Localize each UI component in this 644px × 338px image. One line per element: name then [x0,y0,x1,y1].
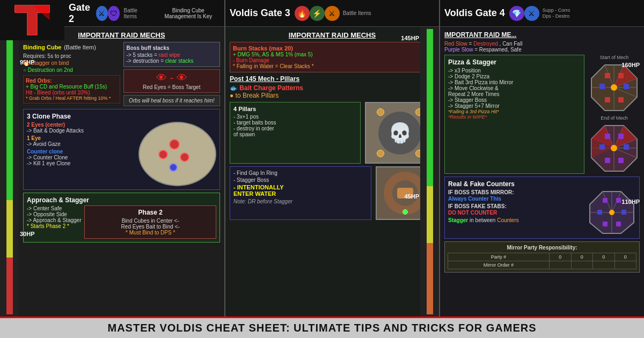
gate3-section: Voldis Gate 3 🔥 ⚡ ⚔ Battle Items 145HP 4… [225,0,440,317]
ring-4: ENTER WATER [233,190,368,197]
mirror-party-box: Mirror Party Responsibility: Party # 0 0… [444,241,640,273]
counters-box: Real & Fake Counters IF BOSS STABS MIRRO… [444,177,640,239]
party-col4: 0 [614,253,636,261]
clone-inner: 2 Eyes (center) -> Bait & Dodge Attacks … [27,122,216,186]
clone-text: 2 Eyes (center) -> Bait & Dodge Attacks … [27,122,135,186]
red-eyes-icons: 👁 - 👁 [126,72,218,84]
pizza-1: -> x3 Position [448,68,581,74]
clone-dot-blue [169,163,178,172]
burn-stacks-title: Burn Stacks (max 20) [233,45,431,52]
svg-rect-16 [605,97,610,102]
svg-rect-31 [605,134,610,139]
destruction-text: ○ Destruction on 2nd [23,67,120,73]
phase2-2: Red Eyes Bait to Bind <- [87,224,213,230]
pizza-5: Repeat 2 More Times [448,91,581,97]
gate3-icon1: 🔥 [295,6,310,21]
pizza-3: -> Bait 3rd Pizza into Mirror [448,79,581,85]
gate2-section: Gate 2 ⚔ 🛡 Battle Items Binding Cube Man… [0,0,225,317]
gate3-hp-fill [427,29,433,314]
gate2-hp-bar-fill [6,29,13,314]
pillar-2: - target baits boss [233,120,357,126]
clone-phase-title: 3 Clone Phase [27,113,216,120]
hp45-label: 45HP [404,193,419,200]
party-hash-cell: Party # [448,253,550,261]
approach-inner: -> Center Safe -> Opposite Side -> Appro… [27,205,216,239]
pizza-octagon-start [589,62,640,113]
ring-gap-dot [402,209,408,215]
clone-dot-2 [158,150,168,159]
hp110-label: 110HP [621,199,640,205]
clone-dot-3 [180,152,189,162]
counter-svg [588,189,636,235]
mirror-party-title: Mirror Party Responsibility: [448,245,636,251]
clone-phase-box: 3 Clone Phase 2 Eyes (center) -> Bait & … [23,109,220,190]
legend-equals2: = Respawned, Safe [474,47,522,53]
svg-rect-45 [603,198,608,203]
bottom-title-bar: MASTER VOLDIS CHEAT SHEET: ULTIMATE TIPS… [0,317,644,338]
gate3-icon2: ⚡ [310,6,325,21]
break-pillars-text: ● to Break Pillars [230,92,435,99]
gate2-content: IMPORTANT RAID MECHS Binding Cube (Battl… [19,27,224,247]
orbs-box: Orbs will heal boss if it reaches him! [123,95,221,106]
svg-rect-50 [616,222,621,226]
approach-box: Approach & Stagger -> Center Safe -> Opp… [23,193,220,243]
gate2-hp-bar [0,27,19,317]
order-row: Mirror Order # [448,261,636,269]
svg-rect-34 [624,144,629,150]
ring-1: - Find Gap In Ring [233,170,368,176]
pillar-boss-icon: 💀 [388,122,412,144]
red-slow-label: Red Slow [444,41,467,47]
binding-cube-section: Binding Cube (Battle Item) [23,42,120,52]
order-col1 [550,261,571,269]
post145-title: Post 145 Mech - Pillars [230,75,435,83]
color-legend: Red Slow = Destroyed , Can Fall Purple S… [444,41,640,53]
pizza-4: -> Move Clockwise & [448,85,581,91]
boss-buff-box: Boss buff stacks -> 5 stacks = raid wipe… [123,42,221,67]
dps-line: Dps - Destro [543,13,570,19]
gate4-icon2: ⚔ [524,6,539,21]
do-not-counter-text: DO NOT COUNTER [448,210,583,216]
pizza-svg-start [589,62,640,113]
binding-cube-header: Binding Cube Management Is Key [157,8,220,19]
purple-slow-label: Purple Slow [444,47,473,53]
svg-rect-49 [603,222,608,226]
clear-stacks-text: clear stacks [165,58,194,64]
red-eyes-box: 👁 - 👁 Red Eyes = Boss Target [123,69,221,93]
svg-rect-35 [605,158,610,163]
end-mech-label: End of Mech [589,115,640,121]
hp145-label: 145HP [401,35,419,41]
red-orbs-3: * Grab Orbs / Heal AFTER hitting 10% * [26,95,118,101]
pillar-4: of spawn [233,131,357,137]
gate4-content: IMPORTANT RAID ME... Red Slow = Destroye… [440,27,644,277]
pizza-octagon-end [589,123,640,174]
approach-3: -> Approach & Stagger [27,217,81,223]
svg-rect-47 [597,210,602,215]
burn-3: * Falling in Water = Clear Stacks * [233,63,431,69]
svg-point-18 [611,84,617,91]
gate2-left-col: Binding Cube (Battle Item) Requires: 5s … [23,42,120,106]
approach-title: Approach & Stagger [27,196,216,204]
svg-point-37 [611,145,617,151]
party-col2: 0 [571,253,592,261]
logo-icon [11,3,54,38]
boss-buff-title: Boss buff stacks [127,45,217,51]
gate2-top-row: Binding Cube (Battle Item) Requires: 5s … [23,42,220,106]
svg-rect-33 [599,144,605,150]
party-col3: 0 [593,253,614,261]
order-hash-cell: Mirror Order # [448,261,550,269]
svg-rect-36 [618,158,624,163]
battle-items-label-g3: Battle Items [343,10,371,16]
binding-cube-sub: (Battle Item) [64,44,96,50]
hp95-label: 95HP [20,59,35,65]
pizza-note2: *Results in WIPE* [448,114,581,120]
pillars-text-box: 4 Pillars - 3x+1 pos - target baits boss… [230,102,361,164]
order-col2 [571,261,592,269]
svg-rect-15 [624,84,629,89]
svg-point-51 [609,210,614,215]
counter-octagon [588,189,636,235]
gate2-icon1: ⚔ [96,6,108,21]
in-between-text: in between [470,217,497,223]
legend-row1: Red Slow = Destroyed , Can Fall [444,41,640,47]
battle-items-label-g2: Battle Items [124,8,146,19]
pillar-1: - 3x+1 pos [233,114,357,120]
